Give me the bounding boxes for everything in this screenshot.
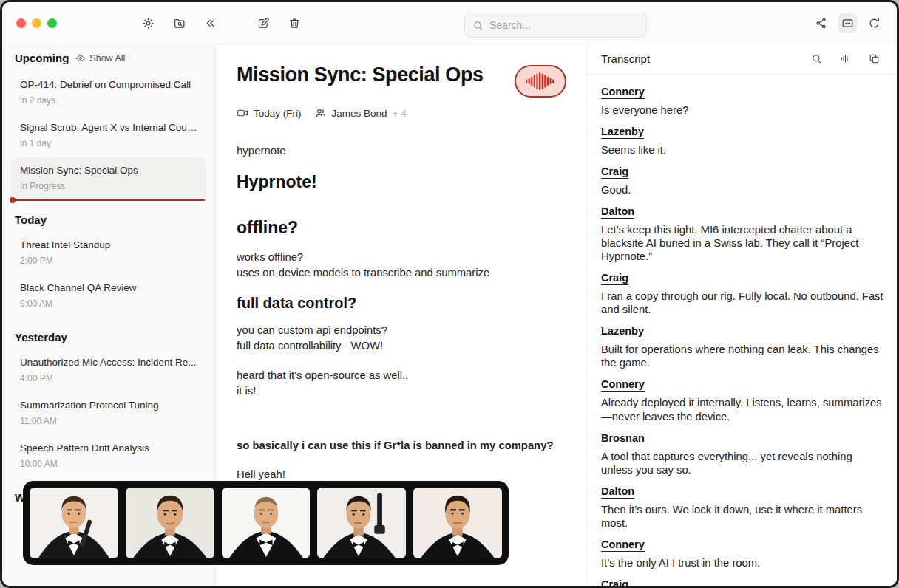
collapse-sidebar-button[interactable] — [200, 13, 220, 33]
note-heading-offline: offline? — [237, 218, 566, 238]
widget-panel-button[interactable] — [838, 13, 857, 33]
speaker-name[interactable]: Dalton — [601, 205, 634, 219]
zoom-button[interactable] — [47, 18, 57, 28]
note-body[interactable]: hypernote Hyprnote! offline? works offli… — [237, 144, 566, 483]
transcript-body: Connery Is everyone here? Lazenby Seems … — [588, 75, 897, 588]
edit-icon — [257, 17, 270, 30]
chevrons-left-icon — [204, 17, 217, 30]
close-button[interactable] — [16, 18, 26, 28]
brosnan-portrait — [317, 488, 406, 558]
folder-search-icon — [173, 17, 186, 30]
sync-button[interactable] — [864, 13, 883, 33]
lazenby-portrait — [126, 488, 214, 558]
transcript-entry: Lazenby Seems like it. — [601, 125, 883, 157]
speaker-name[interactable]: Lazenby — [601, 325, 644, 338]
speaker-name[interactable]: Connery — [601, 86, 645, 99]
sidebar-section-yesterday: Yesterday — [2, 318, 215, 346]
people-icon — [315, 107, 327, 119]
note-heading-full-data-control: full data control? — [237, 295, 566, 312]
transcript-entry: Craig I ran a copy through our rig. Full… — [601, 271, 883, 316]
transcript-search-button[interactable] — [807, 49, 826, 69]
share-icon — [815, 17, 827, 30]
transcript-entry: Connery Is everyone here? — [601, 85, 883, 117]
speaker-name[interactable]: Craig — [601, 165, 628, 179]
dalton-portrait — [413, 488, 502, 558]
search-input[interactable] — [489, 19, 622, 31]
note-paragraph-opensource: heard that it's open-source as well.. it… — [237, 368, 566, 400]
meeting-date-chip[interactable]: Today (Fri) — [237, 107, 302, 119]
transcript-entry: Brosnan A tool that captures everything.… — [601, 431, 883, 476]
transcript-entry: Connery It’s the only AI I trust in the … — [601, 538, 883, 570]
speaker-name[interactable]: Craig — [601, 272, 628, 285]
transcript-entry: Craig Good. — [601, 165, 883, 196]
transcript-entry: Lazenby Built for operations where nothi… — [601, 324, 883, 369]
transcript-copy-button[interactable] — [864, 49, 883, 69]
craig-portrait — [222, 488, 311, 558]
sidebar-item-speech-pattern[interactable]: Speech Pattern Drift Analysis 10:00 AM — [11, 435, 206, 478]
note-title[interactable]: Mission Sync: Special Ops — [237, 64, 484, 86]
speaker-name[interactable]: Connery — [601, 378, 645, 392]
participants-chip[interactable]: James Bond + 4 — [315, 107, 407, 119]
note-preview-photo-strip[interactable] — [23, 481, 509, 565]
search-icon — [472, 20, 484, 31]
speaker-name[interactable]: Dalton — [601, 485, 634, 499]
waveform-icon — [840, 53, 851, 64]
global-search — [464, 13, 647, 38]
in-progress-bar — [15, 199, 205, 201]
app-window: Upcoming Show All OP-414: Debrief on Com… — [0, 0, 899, 588]
sidebar-item-black-channel[interactable]: Black Channel QA Review 9:00 AM — [11, 275, 206, 318]
video-camera-icon — [237, 107, 248, 119]
settings-button[interactable] — [138, 13, 157, 33]
toolbar — [2, 2, 897, 44]
traffic-lights — [16, 18, 57, 28]
gear-icon — [142, 17, 155, 30]
eye-icon — [75, 53, 86, 64]
note-paragraph-question: so basically i can use this if Gr*la is … — [237, 438, 566, 454]
transcript-panel: Transcript Connery Is everyone he — [588, 44, 897, 588]
note-paragraph-offline: works offline? uses on-device models to … — [237, 250, 566, 281]
trash-icon — [288, 17, 301, 30]
transcript-entry: Craig — [601, 578, 883, 588]
share-button[interactable] — [811, 13, 830, 33]
search-icon — [811, 53, 822, 64]
sidebar-section-today: Today — [2, 200, 215, 229]
transcript-entry: Connery Already deployed it internally. … — [601, 377, 883, 423]
sidebar-section-upcoming: Upcoming — [15, 52, 69, 64]
speaker-name[interactable]: Craig — [601, 578, 628, 588]
sidebar-item-mission-sync[interactable]: Mission Sync: Special Ops In Progress — [11, 157, 206, 200]
in-progress-dot — [10, 197, 16, 203]
note-paragraph-api: you can custom api endpoints? full data … — [237, 323, 566, 355]
transcript-entry: Dalton Let’s keep this tight. MI6 interc… — [601, 205, 883, 263]
show-all-button[interactable]: Show All — [75, 53, 125, 64]
speaker-name[interactable]: Connery — [601, 539, 645, 552]
note-block-strike: hypernote — [237, 144, 566, 157]
sidebar-item-signal-scrub[interactable]: Signal Scrub: Agent X vs Internal Coun..… — [11, 114, 206, 157]
recording-waveform-icon — [524, 72, 557, 91]
transcript-title: Transcript — [601, 52, 650, 65]
copy-icon — [869, 53, 880, 64]
delete-note-button[interactable] — [285, 13, 304, 33]
minimize-button[interactable] — [32, 18, 41, 28]
transcript-entry: Dalton Then it’s ours. We lock it down, … — [601, 485, 883, 530]
connery-portrait — [30, 488, 118, 558]
sidebar-item-summarization-protocol[interactable]: Summarization Protocol Tuning 11:00 AM — [11, 392, 206, 435]
new-note-button[interactable] — [254, 13, 273, 33]
note-heading-hyprnote: Hyprnote! — [237, 172, 566, 192]
speaker-name[interactable]: Brosnan — [601, 432, 645, 445]
speaker-name[interactable]: Lazenby — [601, 126, 644, 139]
transcript-audio-button[interactable] — [835, 49, 855, 69]
participants-more: + 4 — [393, 108, 407, 119]
folder-search-button[interactable] — [169, 13, 189, 33]
sidebar-item-unauthorized-mic[interactable]: Unauthorized Mic Access: Incident Re... … — [11, 349, 206, 392]
sidebar-item-threat-intel[interactable]: Threat Intel Standup 2:00 PM — [11, 232, 206, 275]
record-button[interactable] — [515, 65, 566, 98]
refresh-icon — [868, 17, 881, 30]
widget-panel-icon — [841, 17, 854, 30]
sidebar-item-op414[interactable]: OP-414: Debrief on Compromised Call in 2… — [11, 72, 206, 114]
